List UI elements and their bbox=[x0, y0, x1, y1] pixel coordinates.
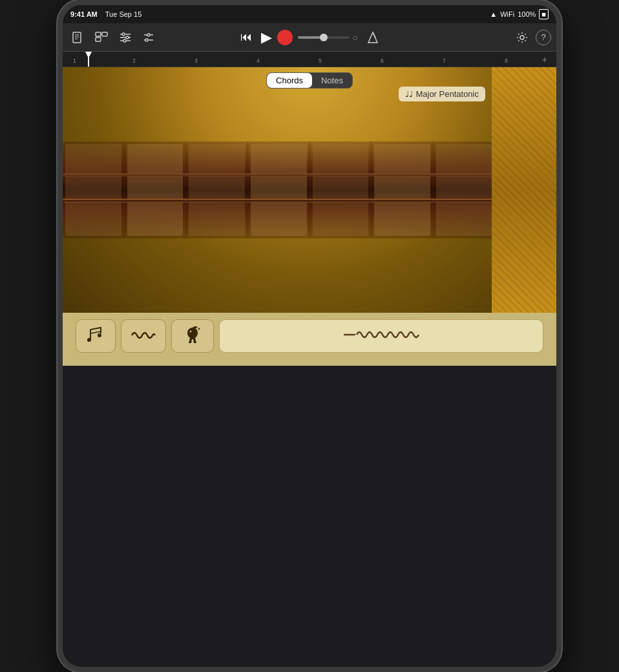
svg-marker-19 bbox=[368, 32, 377, 43]
ruler-mark-3: 3 bbox=[194, 58, 198, 64]
squiggle-mode-button[interactable] bbox=[219, 319, 543, 353]
vibrato-mode-button[interactable] bbox=[121, 319, 166, 353]
svg-point-11 bbox=[126, 36, 129, 39]
svg-point-15 bbox=[147, 34, 150, 36]
wifi-bars: WiFi bbox=[500, 10, 514, 18]
ruler-mark-2: 2 bbox=[132, 58, 136, 64]
ruler-mark-7: 7 bbox=[443, 58, 446, 64]
svg-point-18 bbox=[145, 39, 148, 41]
notes-option[interactable]: Notes bbox=[312, 73, 352, 88]
svg-point-12 bbox=[123, 39, 126, 42]
status-bar: 9:41 AM Tue Sep 15 ▲ WiFi 100% ■ bbox=[63, 5, 556, 23]
volume-control: ○ bbox=[298, 32, 357, 43]
string-2 bbox=[63, 198, 556, 203]
help-button[interactable]: ? bbox=[536, 30, 551, 45]
svg-point-22 bbox=[87, 338, 91, 342]
squiggle-icon bbox=[342, 327, 420, 346]
vibrato-icon bbox=[131, 328, 156, 345]
status-time: 9:41 AM bbox=[70, 10, 98, 18]
settings-button[interactable] bbox=[512, 29, 532, 46]
add-track-button[interactable]: + bbox=[542, 54, 547, 65]
mixer-button[interactable] bbox=[116, 29, 135, 46]
svg-rect-0 bbox=[73, 32, 81, 43]
scale-music-icon: ♩♩ bbox=[405, 89, 413, 99]
new-song-button[interactable] bbox=[68, 29, 87, 46]
chords-option[interactable]: Chords bbox=[267, 73, 312, 88]
ruler: 1 2 3 4 5 6 7 8 + bbox=[63, 52, 556, 67]
svg-rect-4 bbox=[96, 32, 101, 36]
horse-mode-button[interactable] bbox=[171, 319, 214, 353]
notes-mode-button[interactable] bbox=[76, 319, 116, 353]
scale-text: Major Pentatonic bbox=[415, 89, 479, 99]
tracks-button[interactable] bbox=[91, 29, 112, 46]
svg-point-25 bbox=[190, 330, 192, 332]
play-button[interactable]: ▶ bbox=[261, 29, 272, 46]
scale-label: ♩♩ Major Pentatonic bbox=[399, 87, 485, 101]
wifi-icon: ▲ bbox=[490, 10, 497, 18]
volume-max-icon: ○ bbox=[352, 32, 357, 43]
string-1 bbox=[63, 173, 556, 176]
metronome-button[interactable] bbox=[363, 28, 383, 47]
golden-texture-panel bbox=[492, 67, 556, 313]
svg-rect-5 bbox=[102, 32, 107, 36]
eq-button[interactable] bbox=[139, 29, 158, 46]
ipad-frame: 9:41 AM Tue Sep 15 ▲ WiFi 100% ■ bbox=[58, 0, 561, 672]
svg-line-24 bbox=[90, 331, 101, 333]
battery-icon: 100% bbox=[518, 10, 536, 18]
svg-rect-6 bbox=[96, 37, 101, 41]
strings-visual bbox=[63, 148, 556, 232]
volume-slider[interactable] bbox=[298, 36, 350, 39]
svg-line-20 bbox=[373, 32, 375, 37]
notes-icon bbox=[85, 324, 106, 348]
record-button[interactable] bbox=[277, 30, 293, 45]
status-date: Tue Sep 15 bbox=[105, 10, 142, 18]
ruler-mark-5: 5 bbox=[319, 58, 322, 64]
bottom-toolbar bbox=[63, 313, 556, 366]
svg-point-10 bbox=[122, 33, 125, 36]
ipad-screen: 9:41 AM Tue Sep 15 ▲ WiFi 100% ■ bbox=[63, 5, 556, 667]
chords-notes-toggle: Chords Notes bbox=[266, 72, 353, 89]
ruler-mark-1: 1 bbox=[73, 58, 76, 64]
svg-point-23 bbox=[98, 333, 101, 337]
ruler-mark-4: 4 bbox=[257, 58, 260, 64]
toolbar: ⏮ ▶ ○ bbox=[63, 23, 556, 52]
battery-indicator: ■ bbox=[539, 9, 549, 19]
instrument-area: ♩♩ Major Pentatonic bbox=[63, 67, 556, 313]
ruler-mark-8: 8 bbox=[505, 58, 508, 64]
horse-icon bbox=[181, 325, 204, 348]
rewind-button[interactable]: ⏮ bbox=[236, 28, 256, 47]
svg-point-21 bbox=[520, 36, 524, 39]
ruler-mark-6: 6 bbox=[381, 58, 384, 64]
